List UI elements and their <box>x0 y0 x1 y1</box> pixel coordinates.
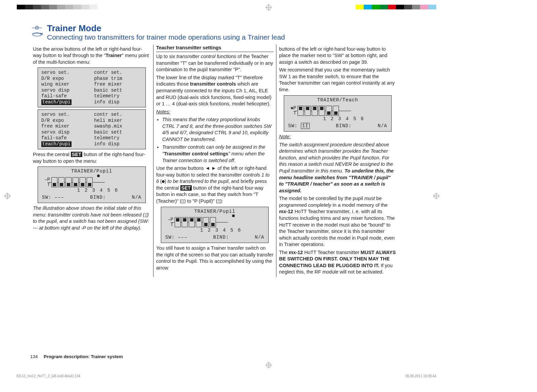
notes-heading: Notes: <box>156 109 170 114</box>
switch-glyph-icon: ▯ <box>144 212 147 217</box>
intro-text: Use the arrow buttons of the left or rig… <box>33 46 150 66</box>
note-body: The switch assignment procedure describe… <box>279 142 396 194</box>
page-header: Trainer Mode Connecting two transmitters… <box>30 23 403 41</box>
indd-file: 33112_mx12_HoTT_2_GB.indd Abs41:134 <box>16 374 80 378</box>
channel-switch-icon <box>58 177 64 187</box>
trainer-pupil-screen-assigned: TRAINER/Pupil –P T <box>161 207 269 243</box>
body-text: Up to six transmitter control functions … <box>156 53 273 73</box>
channel-switch-icon <box>189 217 195 227</box>
list-item: This means that the rotary proportional … <box>162 116 273 143</box>
registration-mark-icon <box>433 193 440 199</box>
column-1: Use the arrow buttons of the left or rig… <box>30 45 153 277</box>
channel-switch-icon <box>298 106 304 116</box>
sw-status: SW: ––– <box>42 194 64 201</box>
screen-caption: The illustration above shows the initial… <box>33 205 150 231</box>
screen-title: TRAINER/Pupil <box>163 208 266 215</box>
registration-mark-icon <box>265 4 272 11</box>
set-button-label: SET <box>180 185 192 191</box>
page-content: Trainer Mode Connecting two transmitters… <box>30 23 403 359</box>
bind-status: N/A <box>255 234 264 241</box>
channel-switch-icon <box>175 217 181 227</box>
sw-label: SW: <box>288 123 298 129</box>
aircraft-type-icon <box>30 25 44 38</box>
channel-switch-icon <box>319 106 325 116</box>
menu-selected-item: teach/pupi <box>41 141 72 147</box>
bind-label: BIND: <box>90 194 106 201</box>
footer-title: Program description: Trainer system <box>44 354 123 359</box>
body-text: We recommend that you use the momentary … <box>279 67 396 93</box>
sw-status: SW: ––– <box>165 234 187 241</box>
press-set-text: Press the central SET button of the righ… <box>33 151 150 164</box>
body-columns: Use the arrow buttons of the left or rig… <box>30 45 403 277</box>
bind-status: N/A <box>378 123 387 129</box>
cursor-dot-icon <box>232 214 235 217</box>
indesign-slug: 33112_mx12_HoTT_2_GB.indd Abs41:134 06.0… <box>16 374 436 378</box>
channel-switch-icon <box>87 177 93 187</box>
channel-switch-icon <box>326 106 332 116</box>
cursor-dot-icon <box>97 175 100 177</box>
channel-switch-icon <box>203 217 209 227</box>
channel-switch-icon <box>73 177 79 187</box>
bind-label: BIND: <box>213 234 229 241</box>
channel-switch-icon <box>196 217 202 227</box>
trainer-pupil-screen-initial: TRAINER/Pupil –P T <box>38 166 146 203</box>
screen-title: TRAINER/Teach <box>286 97 389 103</box>
body-text: You still have to assign a Trainer trans… <box>156 245 273 271</box>
section-heading: Teacher transmitter settings <box>156 45 273 52</box>
registration-mark-icon <box>265 362 272 369</box>
column-3: buttons of the left or right-hand four-w… <box>276 45 399 277</box>
registration-mark-icon <box>4 193 11 199</box>
set-button-label: SET <box>71 152 82 157</box>
body-text: The model to be controlled by the pupil … <box>279 195 396 248</box>
menu-screenshot-heli: servo set.contr set. D/R expoheli mixer … <box>38 109 146 149</box>
channel-switch-icon <box>65 177 72 187</box>
channel-switch-icon <box>312 106 318 116</box>
sw-value: 1I <box>301 123 310 129</box>
channel-switch-icon <box>80 177 86 187</box>
menu-screenshot-fixedwing: servo set.contr set. D/R expophase trim … <box>38 67 146 107</box>
screen-title: TRAINER/Pupil <box>40 168 143 175</box>
body-text: The lower line of the display marked "T"… <box>156 75 273 107</box>
page-subtitle: Connecting two transmitters for trainer … <box>47 33 285 41</box>
page-footer: 134 Program description: Trainer system <box>30 354 123 359</box>
notes-list: This means that the rotary proportional … <box>156 116 273 164</box>
trainer-teach-screen: TRAINER/Teach ✱P T <box>284 95 392 132</box>
channel-switch-icon <box>210 217 216 227</box>
color-bar-right <box>356 5 436 9</box>
color-bar-left <box>17 5 97 9</box>
body-text: Use the arrow buttons ◄ ► of the left or… <box>156 165 273 204</box>
cursor-dot-icon <box>162 180 165 183</box>
channel-switch-icon <box>51 177 57 187</box>
list-item: Transmitter controls can only be assigne… <box>162 144 273 164</box>
indd-timestamp: 06.06.2011 19:39:44 <box>405 374 436 378</box>
page-title: Trainer Mode <box>47 23 285 33</box>
channel-switch-icon <box>182 217 188 227</box>
menu-selected-item: teach/pupi <box>41 99 72 105</box>
bind-label: BIND: <box>336 123 352 129</box>
switch-glyph-icon: ▯ <box>218 198 220 204</box>
channel-switch-icon <box>305 106 311 116</box>
svg-point-15 <box>33 33 41 36</box>
bind-status: N/A <box>132 194 141 201</box>
body-text: The mx-12 HoTT Teacher transmitter MUST … <box>279 249 396 276</box>
column-2: Teacher transmitter settings Up to six t… <box>153 45 276 277</box>
page-number: 134 <box>30 354 38 359</box>
channel-switch-icon <box>333 106 339 116</box>
body-text: buttons of the left or right-hand four-w… <box>279 46 396 66</box>
note-heading: Note: <box>279 134 291 139</box>
